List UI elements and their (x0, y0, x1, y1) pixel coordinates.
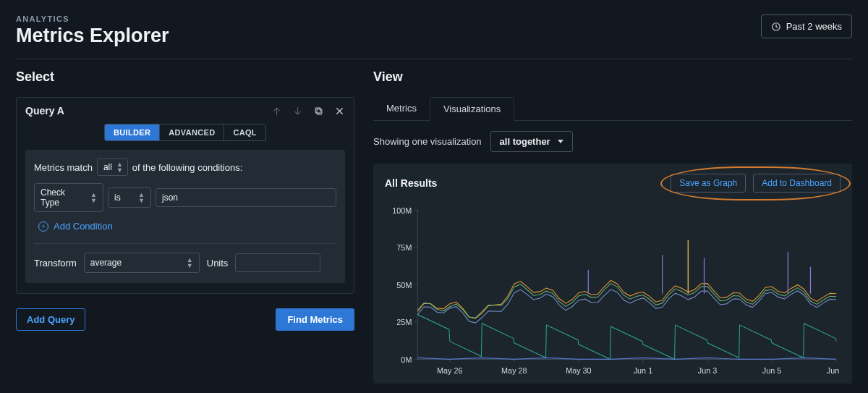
svg-text:Jun 7: Jun 7 (827, 365, 841, 375)
select-section-title: Select (16, 69, 354, 85)
units-input[interactable] (235, 253, 320, 272)
results-chart[interactable]: 0M25M50M75M100MMay 26May 28May 30Jun 1Ju… (385, 206, 841, 376)
mode-tab-advanced[interactable]: ADVANCED (160, 124, 224, 140)
query-card: Query A BUILDER ADVANCED CAQL (16, 97, 354, 294)
match-quantifier-select[interactable]: all ▲▼ (97, 159, 128, 176)
chevron-down-icon (558, 140, 563, 143)
showing-text: Showing one visualization (373, 136, 482, 147)
tab-visualizations[interactable]: Visualizations (430, 97, 514, 121)
svg-rect-2 (315, 108, 320, 113)
condition-op-value: is (114, 193, 121, 203)
add-query-button[interactable]: Add Query (16, 308, 85, 331)
condition-op-select[interactable]: is ▲▼ (108, 187, 151, 208)
condition-value-input[interactable]: json (156, 188, 336, 207)
svg-text:25M: 25M (396, 318, 412, 327)
svg-text:Jun 3: Jun 3 (698, 365, 717, 375)
svg-text:Jun 5: Jun 5 (762, 365, 781, 375)
condition-field-select[interactable]: Check Type ▲▼ (34, 183, 103, 212)
svg-text:100M: 100M (392, 206, 412, 215)
time-range-button[interactable]: Past 2 weeks (761, 14, 852, 38)
mode-tab-caql[interactable]: CAQL (224, 124, 265, 140)
page-title: Metrics Explorer (16, 25, 169, 47)
add-condition-label: Add Condition (54, 221, 113, 232)
plus-icon: + (38, 221, 48, 232)
tab-metrics[interactable]: Metrics (373, 97, 430, 120)
time-range-label: Past 2 weeks (786, 21, 842, 32)
builder-box: Metrics match all ▲▼ of the following co… (25, 150, 345, 283)
page-kicker: ANALYTICS (16, 14, 169, 23)
showing-mode-value: all together (500, 136, 550, 147)
svg-text:75M: 75M (396, 243, 412, 253)
divider (16, 59, 852, 59)
svg-rect-1 (317, 109, 322, 114)
visualization-title: All Results (385, 177, 437, 189)
builder-divider (34, 243, 336, 244)
showing-mode-dropdown[interactable]: all together (490, 131, 573, 152)
svg-text:0M: 0M (401, 355, 412, 364)
match-suffix: of the following conditions: (132, 162, 242, 173)
sort-icon: ▲▼ (138, 192, 145, 203)
transform-select[interactable]: average ▲▼ (84, 253, 200, 273)
query-name: Query A (25, 105, 64, 117)
sort-icon: ▲▼ (116, 161, 123, 173)
svg-text:May 26: May 26 (437, 365, 462, 375)
sort-icon: ▲▼ (90, 192, 97, 203)
duplicate-icon[interactable] (313, 106, 324, 117)
save-as-graph-button[interactable]: Save as Graph (671, 174, 746, 193)
close-icon[interactable] (334, 106, 345, 117)
mode-tab-builder[interactable]: BUILDER (105, 124, 160, 140)
move-down-icon (292, 106, 303, 117)
match-prefix: Metrics match (34, 162, 93, 173)
add-to-dashboard-button[interactable]: Add to Dashboard (753, 174, 841, 193)
svg-text:May 30: May 30 (566, 365, 591, 375)
find-metrics-button[interactable]: Find Metrics (276, 308, 354, 331)
sort-icon: ▲▼ (187, 257, 193, 269)
add-condition-button[interactable]: + Add Condition (34, 219, 113, 234)
condition-field-value: Check Type (41, 187, 83, 208)
match-quantifier-value: all (103, 162, 112, 172)
svg-text:May 28: May 28 (501, 365, 527, 375)
move-up-icon (271, 106, 282, 117)
transform-label: Transform (34, 258, 77, 269)
svg-text:Jun 1: Jun 1 (634, 365, 652, 375)
clock-icon (771, 22, 781, 32)
view-section-title: View (373, 69, 852, 85)
transform-value: average (90, 258, 122, 268)
svg-text:50M: 50M (396, 280, 412, 290)
units-label: Units (207, 258, 229, 269)
